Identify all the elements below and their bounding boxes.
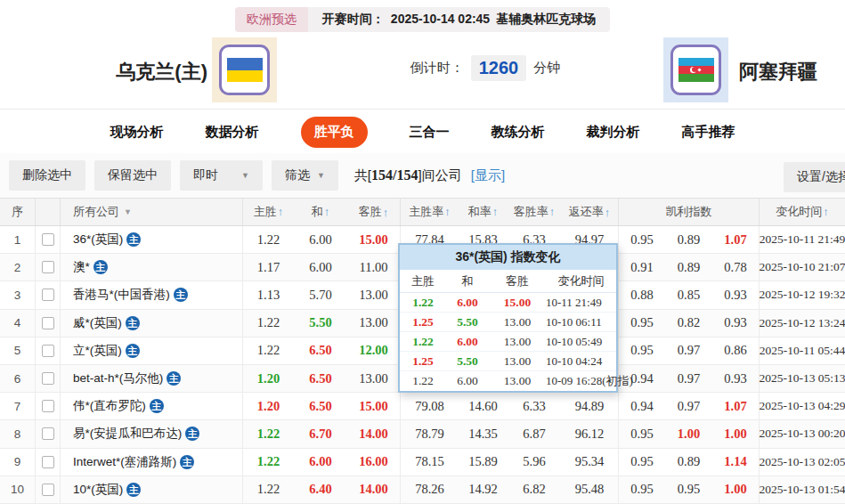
rate-cell: 94.89 bbox=[561, 393, 619, 419]
popup-row: 1.255.5013.0010-10 06:11 bbox=[400, 313, 616, 332]
kelly-cell: 0.85 bbox=[665, 281, 712, 308]
company-name[interactable]: bet-at-h*(马尔他)主 bbox=[61, 365, 243, 392]
host-icon: 主 bbox=[180, 455, 194, 469]
row-checkbox[interactable] bbox=[42, 400, 54, 412]
tab-data-analysis[interactable]: 数据分析 bbox=[206, 124, 259, 141]
company-name[interactable]: 威*(英国)主 bbox=[61, 310, 243, 337]
host-icon: 主 bbox=[150, 399, 164, 413]
popup-odds-cell: 1.22 bbox=[400, 335, 446, 349]
popup-odds-cell: 1.25 bbox=[400, 315, 446, 329]
host-icon: 主 bbox=[185, 427, 199, 441]
kelly-cell: 0.94 bbox=[619, 393, 665, 419]
odds-cell: 13.00 bbox=[347, 365, 401, 392]
row-checkbox[interactable] bbox=[42, 456, 54, 468]
host-icon: 主 bbox=[174, 288, 188, 302]
popup-row: 1.226.0013.0010-09 16:28(初指) bbox=[400, 371, 616, 391]
odds-cell: 1.20 bbox=[243, 365, 294, 392]
company-label: bet-at-h*(马尔他) bbox=[73, 370, 163, 386]
table-row[interactable]: 8易*(安提瓜和巴布达)主1.226.7014.0078.7914.356.87… bbox=[0, 420, 845, 448]
change-time-cell: 2025-10-13 00:20 bbox=[760, 420, 845, 447]
company-name[interactable]: 香港马*(中国香港)主 bbox=[61, 281, 243, 308]
col-home-odds[interactable]: 主胜↑ bbox=[243, 204, 294, 220]
col-company[interactable]: 所有公司▼ bbox=[61, 199, 243, 225]
tab-expert-picks[interactable]: 高手推荐 bbox=[682, 124, 735, 141]
row-index: 9 bbox=[0, 449, 36, 476]
odds-cell: 6.00 bbox=[294, 254, 347, 280]
odds-cell: 1.22 bbox=[243, 420, 294, 447]
sort-up-icon: ↑ bbox=[324, 205, 330, 218]
popup-row: 1.255.5013.0010-10 04:24 bbox=[400, 352, 616, 371]
odds-cell: 1.22 bbox=[243, 310, 294, 337]
row-checkbox[interactable] bbox=[42, 484, 54, 496]
sort-up-icon: ↑ bbox=[444, 205, 451, 218]
tab-referee-analysis[interactable]: 裁判分析 bbox=[587, 124, 640, 141]
col-change-time[interactable]: 变化时间↑ bbox=[760, 204, 845, 220]
company-name[interactable]: 澳*主 bbox=[61, 254, 243, 280]
odds-cell: 6.50 bbox=[294, 393, 347, 419]
odds-cell: 6.70 bbox=[294, 420, 347, 447]
tab-win-draw-lose[interactable]: 胜平负 bbox=[301, 117, 368, 148]
mode-select[interactable]: 即时 ▼ bbox=[180, 160, 263, 191]
col-draw-odds[interactable]: 和↑ bbox=[294, 204, 347, 220]
company-label: 易*(安提瓜和巴布达) bbox=[73, 426, 182, 442]
tab-three-in-one[interactable]: 三合一 bbox=[410, 124, 450, 141]
row-checkbox[interactable] bbox=[42, 289, 54, 301]
row-checkbox[interactable] bbox=[42, 317, 54, 329]
change-time-cell: 2025-10-11 21:49 bbox=[760, 226, 845, 253]
tab-live-analysis[interactable]: 现场分析 bbox=[110, 124, 164, 141]
kelly-cell: 1.00 bbox=[665, 420, 712, 447]
countdown: 倒计时： 1260 分钟 bbox=[392, 55, 579, 81]
col-home-rate[interactable]: 主胜率↑ bbox=[401, 204, 459, 220]
change-time-cell: 2025-10-13 01:54 bbox=[760, 476, 845, 503]
company-name[interactable]: Interwet*(塞浦路斯)主 bbox=[61, 449, 243, 476]
col-payout-rate[interactable]: 返还率↑ bbox=[561, 199, 619, 225]
company-name[interactable]: 10*(英国)主 bbox=[61, 476, 243, 503]
row-checkbox[interactable] bbox=[42, 345, 54, 357]
company-label: 澳* bbox=[73, 259, 90, 275]
tab-coach-analysis[interactable]: 教练分析 bbox=[492, 124, 545, 141]
table-header: 序 所有公司▼ 主胜↑ 和↑ 客胜↑ 主胜率↑ 和率↑ 客胜率↑ 返还率↑ 凯利… bbox=[0, 198, 845, 226]
company-name[interactable]: 立*(英国)主 bbox=[61, 337, 243, 364]
company-name[interactable]: 36*(英国)主 bbox=[61, 226, 243, 253]
home-flag bbox=[212, 37, 277, 102]
chevron-down-icon: ▼ bbox=[241, 171, 249, 180]
row-checkbox[interactable] bbox=[42, 233, 54, 246]
company-name[interactable]: 伟*(直布罗陀)主 bbox=[61, 393, 243, 419]
delete-selected-button[interactable]: 删除选中 bbox=[9, 160, 85, 191]
popup-odds-cell: 5.50 bbox=[446, 315, 489, 329]
kelly-cell: 0.97 bbox=[665, 393, 712, 419]
col-away-rate[interactable]: 客胜率↑ bbox=[508, 204, 561, 220]
table-row[interactable]: 9Interwet*(塞浦路斯)主1.226.0016.0078.1515.89… bbox=[0, 449, 845, 476]
popup-time-cell: 10-10 06:11 bbox=[546, 315, 616, 329]
col-checkbox bbox=[36, 199, 61, 225]
keep-selected-button[interactable]: 保留选中 bbox=[94, 160, 171, 191]
host-icon: 主 bbox=[126, 232, 141, 247]
company-label: 36*(英国) bbox=[73, 232, 123, 248]
odds-cell: 14.00 bbox=[347, 420, 401, 447]
col-away-odds[interactable]: 客胜↑ bbox=[347, 199, 401, 225]
row-checkbox[interactable] bbox=[42, 427, 54, 440]
company-count-value: 154/154 bbox=[371, 167, 418, 183]
kelly-cell: 0.95 bbox=[619, 310, 665, 337]
company-name[interactable]: 易*(安提瓜和巴布达)主 bbox=[61, 420, 243, 447]
table-row[interactable]: 1010*(英国)主1.226.4014.0078.2614.926.8295.… bbox=[0, 476, 845, 504]
odds-cell: 12.00 bbox=[347, 337, 401, 364]
show-link[interactable]: [显示] bbox=[471, 167, 505, 183]
rate-cell: 95.48 bbox=[561, 476, 619, 503]
row-index: 2 bbox=[0, 254, 36, 280]
kelly-cell: 0.95 bbox=[619, 420, 665, 447]
countdown-label: 倒计时： bbox=[410, 60, 464, 77]
row-checkbox[interactable] bbox=[42, 372, 54, 385]
settings-select-button[interactable]: 设置/选择 bbox=[784, 162, 845, 192]
filter-select[interactable]: 筛选 ▼ bbox=[272, 160, 338, 191]
row-checkbox[interactable] bbox=[42, 261, 54, 273]
popup-odds-cell: 1.25 bbox=[400, 354, 446, 369]
kelly-cell: 0.89 bbox=[665, 226, 712, 253]
col-draw-rate[interactable]: 和率↑ bbox=[459, 204, 508, 220]
odds-cell: 1.20 bbox=[243, 393, 294, 419]
table-row[interactable]: 7伟*(直布罗陀)主1.206.5015.0079.0814.606.3394.… bbox=[0, 393, 845, 420]
popup-odds-cell: 13.00 bbox=[489, 354, 546, 369]
sort-up-icon: ↑ bbox=[492, 205, 499, 218]
odds-cell: 5.50 bbox=[294, 310, 347, 337]
change-time-cell: 2025-10-13 02:05 bbox=[760, 449, 845, 476]
